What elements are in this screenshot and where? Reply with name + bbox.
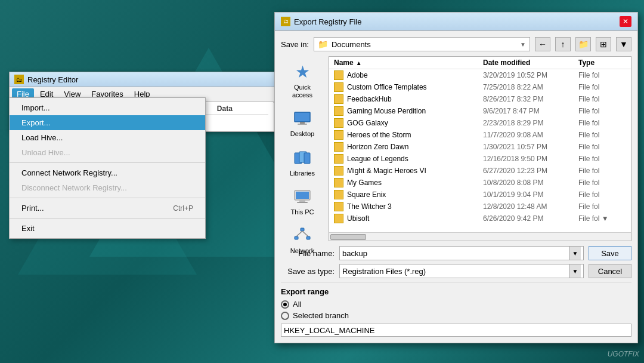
table-row[interactable]: GOG Galaxy 2/23/2018 8:29 PM File fol <box>329 117 631 129</box>
file-type-cell: File fol <box>578 119 626 127</box>
table-row[interactable]: The Witcher 3 12/8/2020 12:48 AM File fo… <box>329 201 631 213</box>
table-row[interactable]: League of Legends 12/16/2018 9:50 PM Fil… <box>329 153 631 165</box>
file-type-cell: File fol <box>578 155 626 163</box>
svg-rect-5 <box>304 153 310 164</box>
file-type-cell: File fol <box>578 202 626 211</box>
table-row[interactable]: Might & Magic Heroes VI 6/27/2020 12:23 … <box>329 165 631 177</box>
file-name-cell: FeedbackHub <box>347 95 483 103</box>
table-row[interactable]: Square Enix 10/1/2019 9:04 PM File fol <box>329 189 631 201</box>
branch-value-input[interactable] <box>281 324 631 337</box>
libraries-label: Libraries <box>290 170 315 177</box>
file-type-cell: File fol <box>578 179 626 187</box>
view-extra-button[interactable]: ▼ <box>616 37 631 51</box>
file-folder-icon <box>334 82 343 92</box>
file-folder-icon <box>334 214 343 223</box>
col-data-header: Data <box>217 104 233 113</box>
save-in-dropdown[interactable]: 📁 Documents ▼ <box>314 37 530 51</box>
registry-editor-title: Registry Editor <box>27 75 78 84</box>
up-button[interactable]: ↑ <box>555 37 571 51</box>
save-in-label: Save in: <box>281 40 309 49</box>
scroll-thumb[interactable] <box>330 234 366 240</box>
file-name-cell: Gaming Mouse Perdition <box>347 107 483 115</box>
file-name-input[interactable] <box>342 249 569 258</box>
file-name-dropdown-arrow[interactable]: ▼ <box>569 247 581 260</box>
save-in-value: Documents <box>332 40 516 49</box>
radio-selected-input[interactable] <box>281 312 289 320</box>
file-type-cell: File fol <box>578 83 626 91</box>
save-as-type-container: Registration Files (*.reg) ▼ <box>339 264 584 278</box>
file-date-cell: 10/8/2020 8:08 PM <box>483 179 578 187</box>
menu-export[interactable]: Export... <box>10 115 205 130</box>
menu-import[interactable]: Import... <box>10 100 205 115</box>
file-date-cell: 1/30/2021 10:57 PM <box>483 143 578 151</box>
file-list-scroll[interactable]: Adobe 3/20/2019 10:52 PM File fol Custom… <box>329 69 631 232</box>
file-name-row: File name: ▼ Save <box>281 246 631 260</box>
file-date-cell: 7/25/2018 8:22 AM <box>483 83 578 91</box>
column-name-header: Name▲ <box>334 59 483 67</box>
separator-2 <box>10 198 205 198</box>
file-name-cell: My Games <box>347 179 483 187</box>
svg-rect-11 <box>295 236 298 239</box>
separator-1 <box>10 162 205 163</box>
back-button[interactable]: ← <box>535 37 550 51</box>
sidebar-item-desktop[interactable]: Desktop <box>281 105 324 141</box>
table-row[interactable]: Gaming Mouse Perdition 9/6/2017 8:47 PM … <box>329 105 631 117</box>
table-row[interactable]: Adobe 3/20/2019 10:52 PM File fol <box>329 69 631 81</box>
file-date-cell: 12/8/2020 12:48 AM <box>483 202 578 211</box>
new-folder-button[interactable]: 📁 <box>575 37 591 51</box>
quick-access-icon: ★ <box>293 62 312 81</box>
horizontal-scrollbar[interactable] <box>329 232 631 241</box>
table-row[interactable]: Heroes of the Storm 11/7/2020 9:08 AM Fi… <box>329 129 631 141</box>
menu-connect-network[interactable]: Connect Network Registry... <box>10 165 205 180</box>
svg-rect-0 <box>295 112 310 122</box>
save-button[interactable]: Save <box>589 246 631 260</box>
file-type-cell: File fol <box>578 190 626 199</box>
svg-rect-8 <box>299 200 305 202</box>
desktop-label: Desktop <box>290 130 314 138</box>
save-in-bar: Save in: 📁 Documents ▼ ← ↑ 📁 ⊞ ▼ <box>281 37 631 51</box>
separator-3 <box>10 218 205 219</box>
save-as-type-arrow[interactable]: ▼ <box>569 264 581 278</box>
registry-title-icon: 🗂 <box>14 75 24 84</box>
svg-rect-10 <box>301 228 304 231</box>
registry-editor-titlebar: 🗂 Registry Editor <box>10 72 283 87</box>
export-dialog-body: Save in: 📁 Documents ▼ ← ↑ 📁 ⊞ ▼ ★ Quick… <box>275 31 637 343</box>
file-name-cell: Custom Office Templates <box>347 83 483 91</box>
file-date-cell: 10/1/2019 9:04 PM <box>483 190 578 199</box>
libraries-icon <box>293 148 312 167</box>
menu-exit[interactable]: Exit <box>10 221 205 236</box>
menu-print[interactable]: Print... Ctrl+P <box>10 201 205 216</box>
dialog-form: File name: ▼ Save Save as type: Registra… <box>281 246 631 278</box>
close-button[interactable]: ✕ <box>620 16 631 27</box>
sidebar-item-quick-access[interactable]: ★ Quick access <box>281 59 324 103</box>
table-row[interactable]: Ubisoft 6/26/2020 9:42 PM File fol ▼ <box>329 213 631 224</box>
table-row[interactable]: My Games 10/8/2020 8:08 PM File fol <box>329 177 631 189</box>
sidebar-item-libraries[interactable]: Libraries <box>281 144 324 181</box>
svg-rect-1 <box>300 122 305 124</box>
table-row[interactable]: Horizon Zero Dawn 1/30/2021 10:57 PM Fil… <box>329 141 631 153</box>
print-shortcut: Ctrl+P <box>173 204 193 213</box>
this-pc-icon <box>293 187 312 206</box>
file-folder-icon <box>334 130 343 140</box>
dialog-sidebar: ★ Quick access Desktop <box>281 56 324 241</box>
view-options-button[interactable]: ⊞ <box>596 37 611 51</box>
file-dropdown-menu: Import... Export... Load Hive... Unload … <box>9 97 206 239</box>
table-row[interactable]: Custom Office Templates 7/25/2018 8:22 A… <box>329 81 631 93</box>
file-folder-icon <box>334 94 343 104</box>
svg-rect-9 <box>297 202 308 203</box>
file-type-cell: File fol ▼ <box>578 214 626 223</box>
menu-load-hive[interactable]: Load Hive... <box>10 130 205 145</box>
sidebar-item-this-pc[interactable]: This PC <box>281 183 324 220</box>
file-name-label: File name: <box>281 249 335 258</box>
dialog-main-area: ★ Quick access Desktop <box>281 56 631 241</box>
svg-line-14 <box>302 231 308 236</box>
dropdown-arrow-icon: ▼ <box>520 41 526 48</box>
radio-all-input[interactable] <box>281 300 289 309</box>
cancel-button[interactable]: Cancel <box>589 264 631 278</box>
exit-label: Exit <box>21 224 35 233</box>
table-row[interactable]: FeedbackHub 8/26/2017 8:32 PM File fol <box>329 93 631 105</box>
file-name-cell: Adobe <box>347 71 483 79</box>
file-folder-icon <box>334 142 343 152</box>
file-list-header[interactable]: Name▲ Date modified Type <box>329 57 631 69</box>
file-folder-icon <box>334 70 343 80</box>
